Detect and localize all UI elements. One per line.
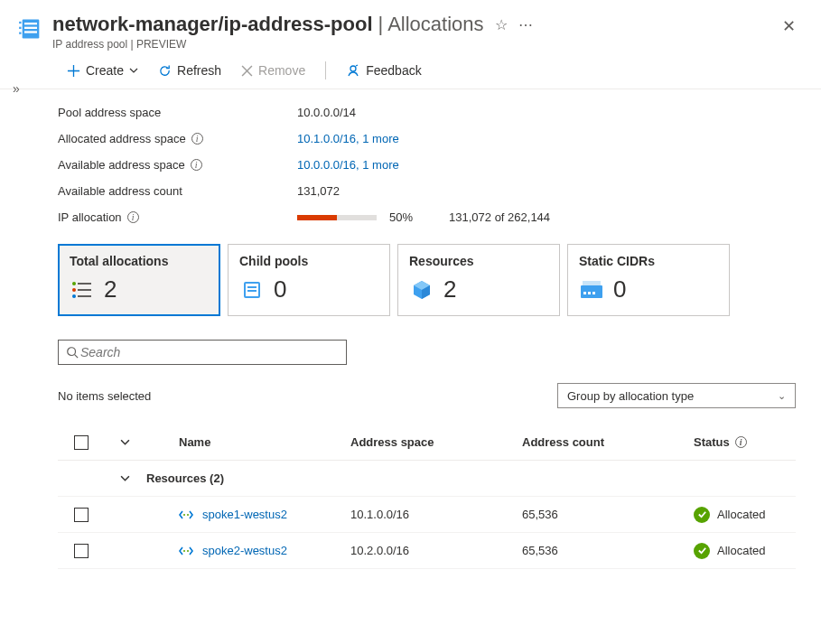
remove-label: Remove (258, 63, 305, 78)
search-box[interactable] (58, 340, 347, 365)
refresh-label: Refresh (177, 63, 221, 78)
svg-rect-21 (583, 281, 601, 285)
svg-point-7 (350, 66, 356, 71)
pool-space-label: Pool address space (58, 106, 297, 119)
svg-rect-19 (588, 292, 591, 294)
row-address-count: 65,536 (522, 508, 694, 521)
info-icon[interactable]: i (735, 436, 747, 448)
col-name[interactable]: Name (143, 435, 350, 449)
page-title-suffix: | Allocations (378, 13, 484, 36)
close-button[interactable]: ✕ (775, 13, 803, 40)
available-count-label: Available address count (58, 184, 297, 198)
select-all-checkbox[interactable] (74, 435, 89, 450)
group-by-label: Group by allocation type (567, 389, 694, 403)
row-address-count: 65,536 (522, 544, 694, 557)
row-status: Allocated (717, 544, 765, 557)
success-icon (694, 543, 710, 559)
cube-icon (409, 277, 434, 303)
card-static-cidrs[interactable]: Static CIDRs 0 (567, 244, 730, 316)
svg-rect-3 (24, 31, 37, 33)
table-row: spoke2-westus210.2.0.0/1665,536Allocated (58, 533, 796, 569)
col-count[interactable]: Address count (522, 435, 694, 449)
svg-rect-13 (78, 295, 91, 297)
svg-rect-20 (592, 292, 595, 294)
search-input[interactable] (79, 344, 339, 360)
toolbar-separator (325, 61, 326, 79)
card-total-title: Total allocations (70, 254, 209, 268)
svg-point-24 (187, 514, 189, 516)
page-subtitle: IP address pool | PREVIEW (52, 38, 775, 51)
svg-rect-18 (583, 292, 586, 294)
card-total-value: 2 (104, 275, 117, 303)
vnet-icon (179, 508, 193, 522)
info-icon[interactable]: i (191, 133, 203, 145)
svg-rect-9 (78, 283, 91, 285)
feedback-button[interactable]: Feedback (337, 60, 430, 81)
allocation-count: 131,072 of 262,144 (449, 210, 550, 224)
svg-rect-11 (78, 289, 91, 291)
col-status[interactable]: Status (694, 435, 730, 449)
cidr-icon (579, 277, 604, 303)
card-child-value: 0 (274, 275, 286, 303)
available-space-label: Available address space (58, 158, 185, 172)
page-title: network-manager/ip-address-pool (52, 13, 373, 36)
card-child-title: Child pools (239, 254, 378, 268)
group-by-select[interactable]: Group by allocation type ⌄ (557, 383, 796, 408)
card-total-allocations[interactable]: Total allocations 2 (58, 244, 220, 316)
card-resources[interactable]: Resources 2 (397, 244, 560, 316)
available-count-value: 131,072 (297, 184, 821, 198)
selection-status: No items selected (58, 389, 151, 403)
more-icon[interactable]: ⋯ (518, 16, 533, 33)
create-label: Create (86, 63, 124, 78)
svg-rect-2 (24, 27, 37, 29)
pool-icon (239, 277, 265, 303)
table-row: spoke1-westus210.1.0.0/1665,536Allocated (58, 497, 796, 533)
svg-point-22 (68, 348, 76, 356)
card-child-pools[interactable]: Child pools 0 (228, 244, 390, 316)
allocated-space-link[interactable]: 10.1.0.0/16, 1 more (297, 132, 821, 145)
group-toggle[interactable] (107, 473, 143, 483)
list-icon (70, 277, 95, 303)
info-icon[interactable]: i (127, 211, 139, 223)
allocated-space-label: Allocated address space (58, 132, 186, 145)
svg-point-23 (183, 514, 185, 516)
svg-point-8 (72, 282, 76, 285)
feedback-label: Feedback (366, 63, 421, 78)
remove-button: Remove (232, 60, 314, 81)
resource-link[interactable]: spoke2-westus2 (202, 544, 287, 557)
group-label: Resources (2) (143, 471, 796, 485)
row-address-space: 10.2.0.0/16 (350, 544, 522, 557)
success-icon (694, 507, 710, 523)
resource-link[interactable]: spoke1-westus2 (202, 508, 287, 521)
row-checkbox[interactable] (74, 508, 89, 522)
allocation-progress-bar (297, 215, 377, 220)
ip-pool-icon (18, 16, 43, 42)
svg-point-26 (187, 550, 189, 552)
refresh-button[interactable]: Refresh (149, 60, 230, 81)
vnet-icon (179, 544, 193, 558)
expand-all-toggle[interactable] (107, 437, 143, 447)
create-button[interactable]: Create (58, 60, 147, 81)
svg-rect-6 (19, 33, 21, 34)
svg-rect-16 (247, 290, 257, 292)
svg-point-10 (72, 288, 76, 292)
info-icon[interactable]: i (191, 159, 202, 171)
svg-rect-1 (24, 23, 37, 24)
row-address-space: 10.1.0.0/16 (350, 508, 522, 521)
allocation-percent: 50% (389, 210, 413, 224)
ip-allocation-label: IP allocation (58, 210, 122, 224)
search-icon (66, 346, 79, 359)
svg-rect-4 (19, 22, 21, 23)
card-resources-title: Resources (409, 254, 548, 268)
svg-point-25 (183, 550, 185, 552)
available-space-link[interactable]: 10.0.0.0/16, 1 more (297, 158, 821, 172)
col-space[interactable]: Address space (350, 435, 522, 449)
row-status: Allocated (717, 508, 765, 521)
chevron-down-icon: ⌄ (778, 390, 786, 402)
expand-menu-icon[interactable]: » (13, 81, 20, 96)
row-checkbox[interactable] (74, 544, 89, 558)
card-resources-value: 2 (443, 275, 456, 303)
card-static-title: Static CIDRs (579, 254, 718, 268)
favorite-icon[interactable]: ☆ (495, 16, 508, 33)
card-static-value: 0 (613, 275, 626, 303)
